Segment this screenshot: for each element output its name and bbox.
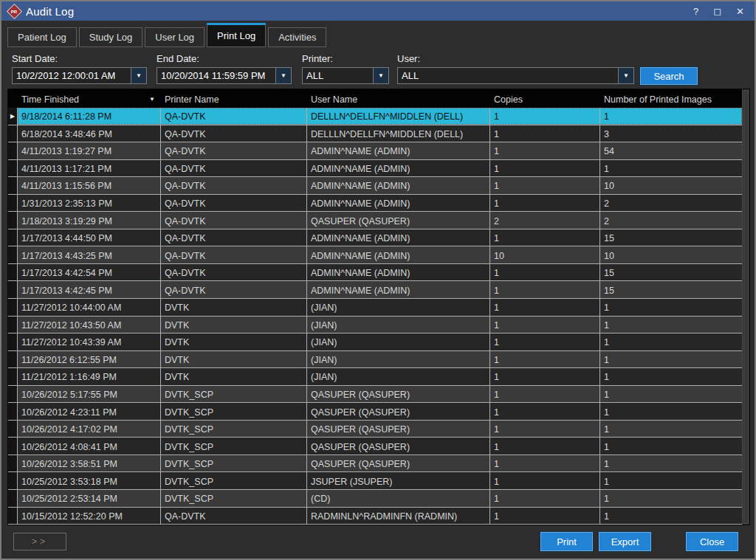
table-cell: 10/26/2012 5:17:55 PM (18, 386, 161, 403)
table-cell: 1 (600, 490, 742, 507)
table-cell: 1 (490, 351, 600, 368)
table-cell: QA-DVTK (161, 177, 307, 194)
user-value[interactable]: ALL (398, 68, 618, 83)
chevron-down-icon[interactable]: ▼ (373, 68, 388, 83)
tab-activities[interactable]: Activities (268, 27, 326, 47)
table-row[interactable]: 11/27/2012 10:43:50 AMDVTK(JIAN)11 (8, 317, 742, 334)
table-row[interactable]: 6/18/2014 3:48:46 PMQA-DVTKDELLLN^DELLFN… (8, 125, 742, 143)
table-row[interactable]: 4/11/2013 1:19:27 PMQA-DVTKADMIN^NAME (A… (8, 142, 742, 160)
tab-print-log[interactable]: Print Log (207, 23, 266, 47)
table-cell: 1 (600, 386, 742, 403)
table-row[interactable]: 1/17/2013 4:42:54 PMQA-DVTKADMIN^NAME (A… (8, 264, 742, 282)
table-cell: 1 (490, 472, 600, 489)
table-cell: 1 (490, 508, 600, 525)
end-date-value[interactable]: 10/20/2014 11:59:59 PM (157, 68, 275, 83)
row-gutter (8, 403, 18, 420)
table-cell: 1 (490, 455, 600, 472)
table-row[interactable]: ▶9/18/2014 6:11:28 PMQA-DVTKDELLLN^DELLF… (8, 108, 742, 125)
tab-user-log[interactable]: User Log (145, 27, 205, 47)
table-cell: 4/11/2013 1:19:27 PM (18, 142, 161, 159)
column-header-label: User Name (311, 94, 357, 105)
table-row[interactable]: 10/26/2012 5:17:55 PMDVTK_SCPQASUPER (QA… (8, 386, 742, 404)
chevron-down-icon[interactable]: ▼ (275, 68, 291, 83)
table-cell: 10 (600, 177, 742, 194)
table-cell: 10/26/2012 4:23:11 PM (18, 403, 161, 420)
table-row[interactable]: 1/31/2013 2:35:13 PMQA-DVTKADMIN^NAME (A… (8, 195, 742, 212)
table-row[interactable]: 4/11/2013 1:15:56 PMQA-DVTKADMIN^NAME (A… (8, 177, 742, 195)
user-select[interactable]: ALL ▼ (397, 67, 634, 84)
table-cell: 2 (600, 195, 742, 212)
close-button[interactable]: Close (686, 532, 738, 551)
table-cell: QA-DVTK (161, 229, 307, 246)
export-button[interactable]: Export (599, 532, 651, 551)
table-row[interactable]: 10/26/2012 4:08:41 PMDVTK_SCPQASUPER (QA… (8, 438, 742, 455)
search-button[interactable]: Search (640, 67, 698, 85)
table-row[interactable]: 4/11/2013 1:17:21 PMQA-DVTKADMIN^NAME (A… (8, 160, 742, 178)
table-cell: 3 (600, 125, 742, 142)
table-cell: QASUPER (QASUPER) (307, 212, 490, 229)
table-row[interactable]: 10/26/2012 3:58:51 PMDVTK_SCPQASUPER (QA… (8, 455, 742, 473)
table-row[interactable]: 11/26/2012 6:12:55 PMDVTK(JIAN)11 (8, 351, 742, 369)
print-button[interactable]: Print (540, 532, 593, 551)
table-row[interactable]: 11/21/2012 1:16:49 PMDVTK(JIAN)11 (8, 368, 742, 386)
column-header-time-finished[interactable]: Time Finished▼ (18, 93, 161, 105)
table-cell: (CD) (307, 490, 490, 507)
table-row[interactable]: 1/17/2013 4:43:25 PMQA-DVTKADMIN^NAME (A… (8, 246, 742, 264)
scrollbar-thumb[interactable] (743, 90, 749, 524)
chevron-down-icon[interactable]: ▼ (131, 68, 146, 83)
table-row[interactable]: 1/17/2013 4:44:50 PMQA-DVTKADMIN^NAME (A… (8, 229, 742, 247)
table-cell: 1 (600, 455, 742, 472)
row-gutter (8, 229, 18, 246)
row-selector-arrow-icon: ▶ (8, 108, 18, 125)
column-header-number-of-printed-images[interactable]: Number of Printed Images (600, 93, 742, 105)
start-date-picker[interactable]: 10/2/2012 12:00:01 AM ▼ (12, 67, 147, 84)
table-row[interactable]: 10/25/2012 3:53:18 PMDVTK_SCPJSUPER (JSU… (8, 472, 742, 490)
table-row[interactable]: 11/27/2012 10:44:00 AMDVTK(JIAN)11 (8, 299, 742, 317)
table-cell: 1/17/2013 4:42:45 PM (18, 281, 161, 298)
table-row[interactable]: 10/26/2012 4:17:02 PMDVTK_SCPQASUPER (QA… (8, 421, 742, 438)
table-cell: 1 (490, 421, 600, 438)
row-gutter (8, 421, 18, 438)
table-row[interactable]: 10/25/2012 2:53:14 PMDVTK_SCP(CD)11 (8, 490, 742, 508)
tab-patient-log[interactable]: Patient Log (7, 27, 77, 47)
table-header-row: Time Finished▼Printer NameUser NameCopie… (8, 89, 742, 108)
table-cell: QA-DVTK (161, 108, 307, 125)
row-gutter (8, 333, 18, 350)
table-row[interactable]: 1/17/2013 4:42:45 PMQA-DVTKADMIN^NAME (A… (8, 281, 742, 299)
table-cell: QA-DVTK (161, 160, 307, 177)
table-cell: 1 (490, 229, 600, 246)
table-cell: 1 (600, 368, 742, 385)
table-cell: DVTK_SCP (161, 386, 307, 403)
table-row[interactable]: 1/18/2013 3:19:29 PMQA-DVTKQASUPER (QASU… (8, 212, 742, 229)
end-date-picker[interactable]: 10/20/2014 11:59:59 PM ▼ (157, 67, 292, 84)
printer-select[interactable]: ALL ▼ (302, 67, 389, 84)
column-header-user-name[interactable]: User Name (307, 93, 490, 105)
table-cell: 1 (600, 299, 742, 316)
row-gutter (8, 508, 18, 525)
table-row[interactable]: 11/27/2012 10:43:39 AMDVTK(JIAN)11 (8, 333, 742, 351)
tab-study-log[interactable]: Study Log (79, 27, 143, 47)
row-gutter (8, 246, 18, 263)
table-cell: DVTK (161, 333, 307, 350)
row-gutter (8, 195, 18, 212)
row-gutter (8, 386, 18, 403)
row-gutter (8, 317, 18, 333)
vertical-scrollbar[interactable] (742, 89, 749, 525)
printer-value[interactable]: ALL (303, 68, 373, 83)
table-row[interactable]: 10/15/2012 12:52:20 PMQA-DVTKRADMINLN^RA… (8, 508, 742, 525)
print-log-table: Time Finished▼Printer NameUser NameCopie… (7, 89, 750, 525)
column-header-printer-name[interactable]: Printer Name (161, 93, 307, 105)
table-cell: 1/31/2013 2:35:13 PM (18, 195, 161, 212)
maximize-icon[interactable]: ◻ (713, 7, 721, 16)
close-icon[interactable]: ✕ (736, 7, 744, 16)
sort-descending-icon: ▼ (149, 96, 155, 103)
column-header-copies[interactable]: Copies (490, 93, 600, 105)
printer-label: Printer: (302, 53, 333, 64)
table-row[interactable]: 10/26/2012 4:23:11 PMDVTK_SCPQASUPER (QA… (8, 403, 742, 421)
start-date-value[interactable]: 10/2/2012 12:00:01 AM (13, 68, 131, 83)
chevron-down-icon[interactable]: ▼ (618, 68, 633, 83)
table-cell: 10 (600, 246, 742, 263)
expand-button[interactable]: >> (13, 533, 66, 550)
help-icon[interactable]: ? (693, 7, 698, 16)
table-cell: 1/17/2013 4:43:25 PM (18, 246, 161, 263)
